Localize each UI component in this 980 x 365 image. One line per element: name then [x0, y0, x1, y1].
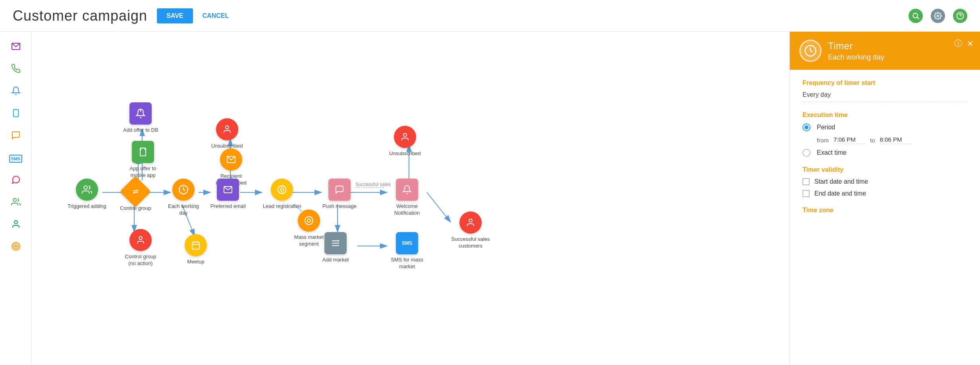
- section-timezone: Time zone: [803, 207, 967, 214]
- timer-icon: [799, 40, 822, 62]
- from-time-value[interactable]: 7:06 PM: [833, 136, 865, 144]
- sidebar-item-email[interactable]: [6, 38, 25, 57]
- time-range-row: from 7:06 PM to 8:06 PM: [817, 136, 967, 144]
- add-market-label: Add market: [322, 257, 349, 263]
- svg-point-37: [139, 236, 142, 240]
- node-sms-mass[interactable]: SMS SMS for mass market: [387, 232, 427, 270]
- end-date-row: End date and time: [803, 190, 967, 197]
- target-icon: [11, 242, 21, 254]
- each-working-day-label: Each working day: [164, 203, 203, 217]
- svg-point-12: [15, 246, 17, 247]
- node-unsubscribed-top[interactable]: Unsubscribed: [211, 118, 243, 150]
- from-label: from: [817, 137, 829, 144]
- node-triggered-adding[interactable]: Triggered adding: [68, 179, 106, 210]
- panel-close-button[interactable]: ✕: [967, 38, 974, 49]
- sms-icon: SMS: [9, 155, 23, 163]
- exact-time-radio[interactable]: [803, 149, 810, 157]
- cancel-button[interactable]: CANCEL: [203, 12, 229, 19]
- add-offer-db-label: Add offer to DB: [123, 127, 158, 134]
- sidebar-item-target[interactable]: [6, 238, 25, 257]
- bell-icon: [11, 86, 21, 98]
- push-message-label: Push message: [322, 203, 357, 210]
- unsubscribed-right-label: Unsubscribed: [389, 150, 421, 157]
- sidebar-item-mobile[interactable]: [6, 105, 25, 124]
- node-preferred-email[interactable]: Preferred email: [210, 179, 246, 210]
- to-time-value[interactable]: 8:06 PM: [880, 136, 912, 144]
- node-control-group-no-action[interactable]: Control group (no action): [121, 229, 160, 267]
- sidebar-item-sms[interactable]: SMS: [6, 149, 25, 168]
- sidebar-item-social[interactable]: [6, 171, 25, 190]
- svg-point-9: [14, 221, 17, 224]
- svg-point-8: [13, 198, 16, 202]
- sidebar: SMS: [0, 32, 32, 365]
- period-radio[interactable]: [803, 123, 810, 131]
- node-each-working-day[interactable]: Each working day: [164, 179, 203, 217]
- svg-point-27: [226, 126, 229, 129]
- sidebar-item-phone[interactable]: [6, 60, 25, 79]
- sidebar-item-audience[interactable]: [6, 194, 25, 213]
- right-panel: Timer Each working day ⓘ ✕ Frequency of …: [789, 32, 980, 365]
- sms-mass-label: SMS for mass market: [387, 257, 427, 270]
- node-unsubscribed-right[interactable]: Unsubscribed: [389, 126, 421, 157]
- panel-header-icons: ⓘ ✕: [954, 38, 974, 49]
- header-icons: [909, 9, 967, 23]
- svg-rect-38: [192, 242, 199, 249]
- start-date-label: Start date and time: [814, 178, 868, 185]
- lead-registration-label: Lead registration: [263, 203, 301, 210]
- node-successful-customers[interactable]: Successful sales customers: [451, 211, 490, 250]
- preferred-email-label: Preferred email: [210, 203, 246, 210]
- panel-title-area: Timer Each working day: [828, 40, 970, 61]
- validity-title: Timer validity: [803, 166, 967, 173]
- search-icon[interactable]: [909, 9, 923, 23]
- meetup-label: Meetup: [187, 259, 204, 265]
- svg-point-36: [307, 219, 311, 222]
- successful-sales-label: Successful sales: [355, 182, 391, 187]
- successful-customers-label: Successful sales customers: [451, 236, 490, 250]
- svg-point-11: [14, 244, 18, 249]
- svg-point-0: [913, 13, 918, 18]
- sidebar-item-person[interactable]: [6, 216, 25, 235]
- panel-header: Timer Each working day ⓘ ✕: [790, 32, 980, 70]
- section-frequency: Frequency of timer start Every day: [803, 79, 967, 102]
- start-date-row: Start date and time: [803, 178, 967, 185]
- node-welcome-notification[interactable]: Welcome Notification: [387, 179, 427, 217]
- header-left: Customer campaign SAVE CANCEL: [13, 8, 229, 24]
- frequency-title: Frequency of timer start: [803, 79, 967, 86]
- social-icon: [11, 175, 21, 187]
- save-button[interactable]: SAVE: [157, 8, 193, 23]
- panel-info-button[interactable]: ⓘ: [954, 38, 962, 49]
- node-control-group[interactable]: ⇌ Control group: [120, 181, 151, 212]
- start-date-checkbox[interactable]: [803, 178, 810, 185]
- phone-icon: [11, 64, 21, 76]
- welcome-notification-label: Welcome Notification: [387, 203, 427, 217]
- person-icon: [11, 219, 21, 231]
- svg-point-34: [403, 133, 407, 136]
- frequency-value: Every day: [803, 91, 967, 102]
- page-title: Customer campaign: [13, 8, 147, 24]
- node-app-offer-mobile[interactable]: App offer to mobile app: [123, 141, 163, 179]
- node-add-offer-db[interactable]: Add offer to DB: [123, 102, 158, 134]
- end-date-checkbox[interactable]: [803, 190, 810, 197]
- to-label: to: [870, 137, 875, 144]
- sidebar-item-chat[interactable]: [6, 127, 25, 146]
- end-date-label: End date and time: [814, 190, 866, 197]
- triggered-label: Triggered adding: [68, 203, 106, 210]
- node-push-message[interactable]: Push message: [322, 179, 357, 210]
- execution-title: Execution time: [803, 111, 967, 119]
- settings-icon[interactable]: [931, 9, 945, 23]
- header: Customer campaign SAVE CANCEL: [0, 0, 980, 32]
- panel-body: Frequency of timer start Every day Execu…: [790, 70, 980, 233]
- node-lead-registration[interactable]: Lead registration: [263, 179, 301, 210]
- period-label: Period: [817, 124, 835, 131]
- control-group-no-label: Control group (no action): [121, 254, 160, 267]
- node-add-market[interactable]: Add market: [322, 232, 349, 263]
- help-icon[interactable]: [953, 9, 967, 23]
- panel-subtitle: Each working day: [828, 53, 970, 61]
- svg-point-2: [937, 15, 939, 17]
- node-meetup[interactable]: Meetup: [185, 234, 207, 265]
- sidebar-item-bell[interactable]: [6, 83, 25, 102]
- main-layout: SMS: [0, 32, 980, 365]
- chat-icon: [11, 131, 21, 142]
- section-validity: Timer validity Start date and time End d…: [803, 166, 967, 197]
- mobile-icon: [12, 108, 20, 120]
